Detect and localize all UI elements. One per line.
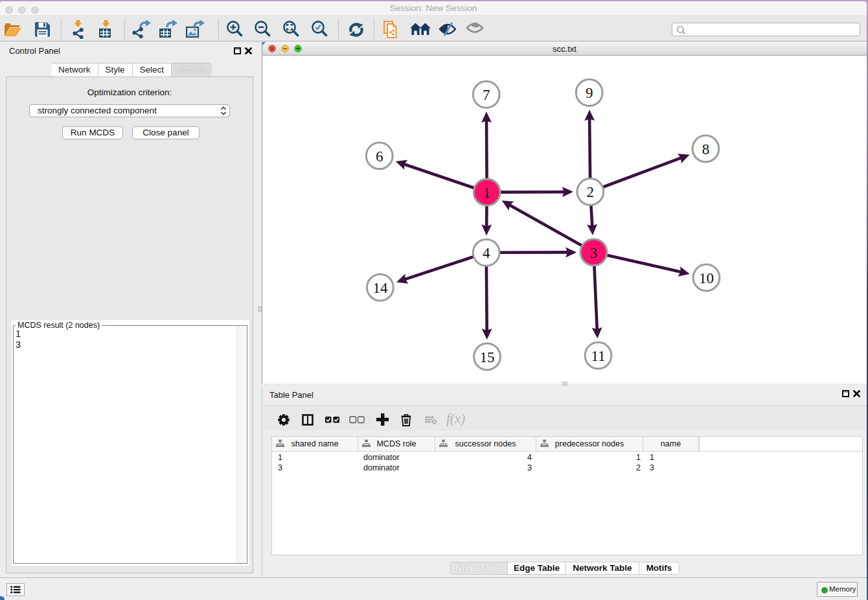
svg-text:2: 2: [587, 184, 595, 200]
svg-text:15: 15: [480, 349, 495, 365]
svg-text:8: 8: [702, 141, 710, 157]
svg-text:11: 11: [591, 348, 605, 364]
svg-text:10: 10: [699, 270, 714, 286]
svg-text:1: 1: [483, 185, 491, 201]
svg-text:14: 14: [372, 280, 388, 296]
svg-text:9: 9: [586, 85, 593, 101]
svg-text:4: 4: [483, 245, 490, 261]
svg-text:7: 7: [483, 87, 490, 103]
svg-text:6: 6: [376, 148, 383, 165]
svg-text:3: 3: [590, 245, 598, 261]
